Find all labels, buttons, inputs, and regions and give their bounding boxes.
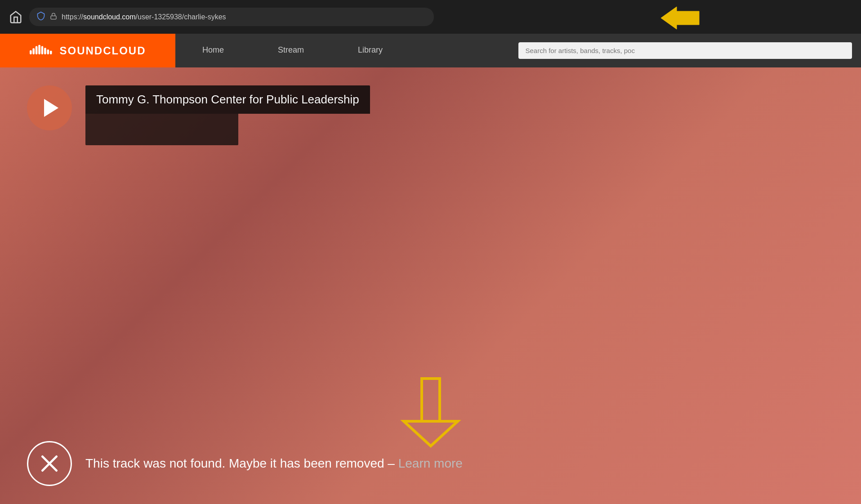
track-waveform	[85, 114, 238, 145]
track-title: Tommy G. Thompson Center for Public Lead…	[85, 85, 370, 114]
browser-home-icon[interactable]	[9, 10, 22, 24]
search-input[interactable]	[518, 42, 852, 59]
back-arrow-annotation	[659, 4, 713, 33]
url-text: https://soundcloud.com/user-1325938/char…	[62, 13, 427, 21]
play-button[interactable]	[27, 85, 72, 130]
lock-icon	[50, 13, 57, 22]
browser-chrome: https://soundcloud.com/user-1325938/char…	[0, 0, 861, 34]
svg-rect-8	[47, 49, 49, 54]
svg-rect-5	[38, 45, 40, 54]
svg-rect-0	[51, 16, 56, 19]
soundcloud-navbar: SOUNDCLOUD Home Stream Library	[0, 34, 861, 67]
track-section: Tommy G. Thompson Center for Public Lead…	[0, 67, 861, 163]
svg-rect-10	[422, 379, 440, 421]
url-domain: soundcloud.com	[83, 13, 136, 21]
nav-library[interactable]: Library	[331, 34, 410, 67]
url-path: /user-1325938/charlie-sykes	[136, 13, 226, 21]
soundcloud-logo-text: SOUNDCLOUD	[60, 45, 146, 57]
nav-home[interactable]: Home	[175, 34, 251, 67]
svg-rect-6	[41, 46, 43, 54]
shield-icon	[36, 11, 45, 22]
play-icon	[44, 99, 58, 117]
learn-more-link[interactable]: Learn more	[398, 456, 463, 470]
nav-links: Home Stream Library	[175, 34, 509, 67]
svg-marker-1	[661, 7, 699, 29]
error-message-text: This track was not found. Maybe it has b…	[85, 456, 398, 470]
search-area[interactable]	[509, 34, 861, 67]
error-section: This track was not found. Maybe it has b…	[0, 423, 861, 504]
main-content: Tommy G. Thompson Center for Public Lead…	[0, 67, 861, 504]
svg-rect-4	[35, 46, 37, 54]
svg-rect-9	[49, 51, 52, 54]
soundcloud-logo[interactable]: SOUNDCLOUD	[0, 34, 175, 67]
svg-rect-7	[44, 48, 46, 54]
track-info: Tommy G. Thompson Center for Public Lead…	[85, 85, 370, 145]
error-message: This track was not found. Maybe it has b…	[85, 456, 463, 471]
error-icon	[27, 441, 72, 486]
address-bar[interactable]: https://soundcloud.com/user-1325938/char…	[29, 8, 434, 26]
svg-rect-2	[30, 50, 32, 54]
svg-rect-3	[32, 48, 35, 54]
soundcloud-logo-icon	[30, 43, 54, 58]
nav-stream[interactable]: Stream	[251, 34, 331, 67]
